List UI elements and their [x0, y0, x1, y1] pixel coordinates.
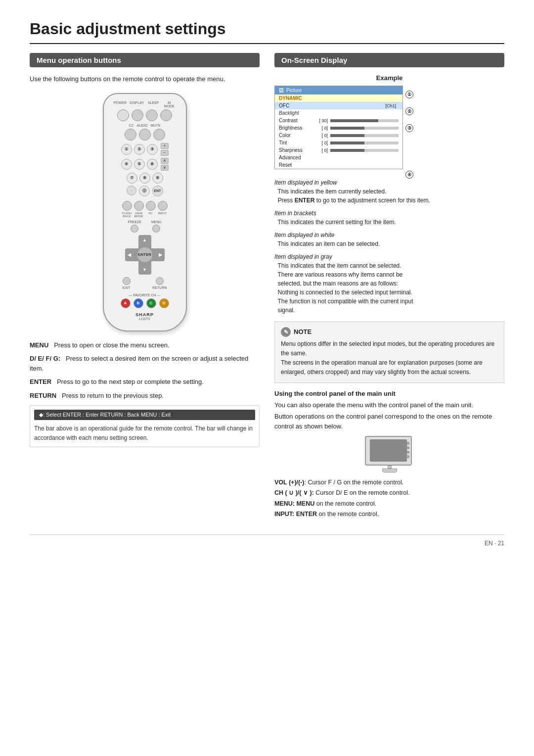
input-btn[interactable]: INPUT [158, 201, 168, 218]
vol-down-btn[interactable]: − [161, 150, 169, 156]
tv-btn-1 [406, 442, 409, 445]
dpad-right-btn[interactable]: ▶ [159, 252, 162, 257]
vol-key-desc: VOL (+)/(-): Cursor F / G on the remote … [274, 477, 504, 488]
callout-2: ② [405, 107, 413, 115]
menu-key-desc: MENU Press to open or close the menu scr… [30, 340, 260, 350]
osd-row-dynamic: DYNAMIC [275, 94, 402, 102]
exit-btn[interactable] [123, 277, 131, 285]
freeze-item: FREEZE [128, 220, 141, 233]
view-mode-btn[interactable]: VIEWMODE [134, 201, 144, 218]
power-btn[interactable] [117, 109, 129, 121]
audio-btn[interactable] [139, 129, 151, 141]
right-section-header: On-Screen Display [274, 53, 504, 67]
ch-buttons: ∧ ∨ [161, 158, 169, 171]
osd-row-contrast: Contrast [ 30] [275, 117, 402, 124]
input-key-desc: INPUT: ENTER on the remote control. [274, 509, 504, 520]
sleep-btn[interactable] [146, 109, 158, 121]
menu-key-desc2: MENU: MENU on the remote control. [274, 499, 504, 509]
btn-7[interactable]: ⑦ [127, 173, 137, 184]
left-column: Menu operation buttons Use the following… [30, 53, 260, 454]
color-btn-c[interactable]: C [146, 298, 156, 308]
return-item: RETURN [152, 277, 167, 289]
osd-screen: 🖼 Picture DYNAMIC OFC [Ch1] Backlight Co… [274, 86, 403, 169]
menu-btn[interactable] [152, 225, 160, 233]
dpad-left-btn[interactable]: ◀ [128, 252, 131, 257]
example-label: Example [274, 74, 504, 82]
pc-btn[interactable]: PC [146, 201, 156, 218]
vol-buttons: + − [161, 143, 169, 156]
osd-section-backlight: Backlight [275, 109, 402, 117]
num-row-1: ① ② ③ [121, 144, 158, 155]
callout-4: ④ [405, 171, 413, 179]
note-text-1: Menu options differ in the selected inpu… [281, 339, 498, 358]
btn-0[interactable]: ⓪ [139, 186, 150, 196]
note-icon: ✎ [281, 327, 291, 337]
return-btn[interactable] [156, 277, 164, 285]
dpad-up-btn[interactable]: ▲ [142, 237, 147, 242]
menu-item: MENU [151, 220, 162, 233]
control-panel-section: Using the control panel of the main unit… [274, 390, 504, 520]
fav-label: — FAVORITE CH — [129, 293, 160, 297]
op-guide-text: The bar above is an operational guide fo… [34, 424, 255, 443]
osd-item-brackets: Item in brackets This indicates the curr… [274, 209, 504, 227]
btn-4[interactable]: ④ [121, 159, 132, 170]
display-btn[interactable] [132, 109, 143, 121]
sharp-logo: SHARP [135, 312, 154, 317]
color-btn-d[interactable]: D [159, 298, 169, 308]
dpad-down-btn[interactable]: ▼ [142, 267, 147, 272]
tv-btn-3 [406, 451, 409, 454]
cc-btn[interactable] [125, 129, 136, 141]
callout-numbers: ① ② ③ ④ [405, 91, 413, 179]
left-section-header: Menu operation buttons [30, 53, 260, 67]
tv-image-wrapper [274, 436, 504, 472]
control-panel-title: Using the control panel of the main unit [274, 390, 504, 397]
num-row-3: ⑦ ⑧ ⑨ [127, 173, 163, 184]
mute-btn[interactable] [153, 129, 165, 141]
ch-up-btn[interactable]: ∧ [161, 158, 169, 164]
op-guide-bar: ◆: Select ENTER : Enter RETURN : Back ME… [34, 410, 255, 420]
btn-5[interactable]: ⑤ [134, 159, 145, 170]
freeze-btn[interactable] [131, 225, 138, 233]
note-header: ✎ NOTE [281, 327, 498, 337]
right-column: On-Screen Display Example 🖼 Picture DYNA… [274, 53, 504, 520]
tv-base [382, 469, 397, 472]
callout-3: ③ [405, 124, 413, 132]
osd-row-brightness: Brightness [ 0] [275, 124, 402, 132]
btn-8[interactable]: ⑧ [139, 173, 150, 184]
ent-btn[interactable]: ENT [152, 186, 163, 196]
ch-down-btn[interactable]: ∨ [161, 165, 169, 171]
osd-item-white: Item displayed in white This indicates a… [274, 231, 504, 248]
tv-btn-4 [406, 455, 409, 458]
btn-9[interactable]: ⑨ [152, 173, 163, 184]
btn-2[interactable]: ② [134, 144, 145, 155]
osd-row-color: Color [ 0] [275, 132, 402, 139]
vol-up-btn[interactable]: + [161, 143, 169, 149]
function-row: FLASHBACK VIEWMODE PC INPUT [122, 201, 168, 218]
osd-wrapper: 🖼 Picture DYNAMIC OFC [Ch1] Backlight Co… [274, 86, 504, 169]
exit-item: EXIT [123, 277, 131, 289]
osd-row-advanced: Advanced [275, 154, 402, 161]
ch-key-desc: CH ( ∪ )/( ∨ ): Cursor D/ E on the remot… [274, 488, 504, 498]
tv-stand [365, 436, 414, 472]
btn-1[interactable]: ① [121, 144, 132, 155]
misc-btn-row: · ⓪ ENT [127, 186, 163, 196]
flashback-btn[interactable]: FLASHBACK [122, 201, 132, 218]
intro-text: Use the following buttons on the remote … [30, 74, 260, 84]
tv-buttons [406, 442, 409, 458]
lcdtv-label: LCDTV [139, 317, 150, 321]
ai-mode-btn[interactable] [160, 109, 172, 121]
top-label-row: POWER DISPLAY SLEEP AI MODE [114, 101, 176, 108]
color-btn-a[interactable]: A [121, 298, 131, 308]
dot-btn[interactable]: · [127, 186, 136, 195]
osd-title: Picture [286, 88, 302, 93]
tv-body [365, 436, 412, 466]
color-btn-row: A B C D [121, 298, 169, 308]
color-btn-b[interactable]: B [134, 298, 143, 308]
control-panel-intro: You can also operate the menu with the c… [274, 400, 504, 410]
btn-6[interactable]: ⑥ [147, 159, 158, 170]
btn-3[interactable]: ③ [147, 144, 158, 155]
osd-row-sharpness: Sharpness [ 0] [275, 146, 402, 154]
page-title: Basic adjustment settings [30, 20, 504, 44]
enter-btn[interactable]: ENTER [137, 247, 152, 262]
tv-btn-2 [406, 446, 409, 449]
